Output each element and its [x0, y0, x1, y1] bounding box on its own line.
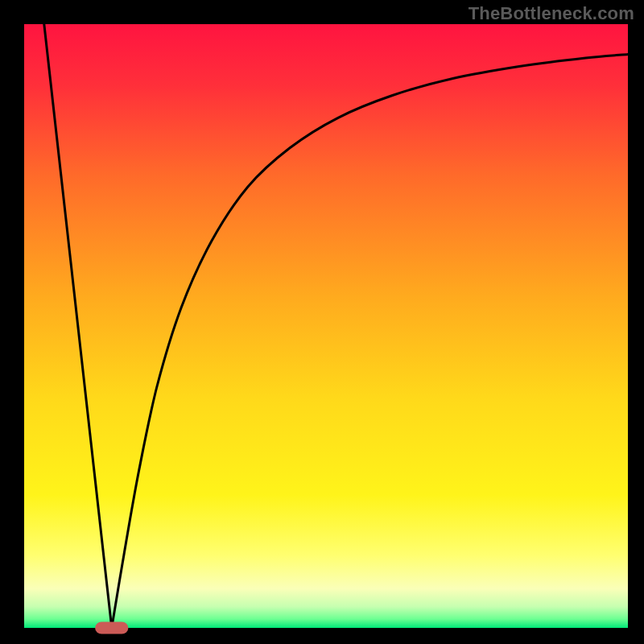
svg-rect-0 — [24, 24, 628, 628]
chart-frame: { "watermark": "TheBottleneck.com", "plo… — [0, 0, 644, 644]
bottleneck-marker — [95, 622, 128, 634]
bottleneck-chart — [0, 0, 644, 644]
